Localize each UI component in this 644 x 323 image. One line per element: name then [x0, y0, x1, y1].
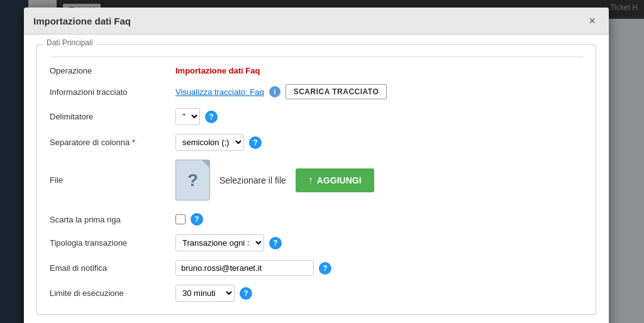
- file-label: File: [50, 175, 175, 185]
- limite-select[interactable]: 30 minuti 60 minuti 120 minuti: [175, 285, 235, 302]
- operazione-label: Operazione: [50, 66, 175, 75]
- section-dati-principali: Dati Principali Operazione Importazione …: [36, 44, 596, 315]
- scarta-label: Scarta la prima riga: [50, 215, 175, 224]
- scarta-help-icon[interactable]: ?: [191, 213, 203, 226]
- modal-dialog: Importazione dati Faq × Dati Principali …: [24, 8, 609, 323]
- file-value: ? Selezionare il file ↑ AGGIUNGI: [175, 160, 583, 200]
- file-doc-icon: ?: [175, 160, 210, 200]
- email-label: Email di notifica: [50, 263, 175, 273]
- informazioni-value: Visualizza tracciato: Faq i SCARICA TRAC…: [175, 84, 583, 99]
- separatore-value: semicolon (;) comma (,) tab ?: [175, 134, 583, 151]
- separatore-help-icon[interactable]: ?: [249, 136, 262, 149]
- email-help-icon[interactable]: ?: [319, 262, 331, 275]
- limite-row: Limite di esecuzione 30 minuti 60 minuti…: [50, 285, 583, 302]
- file-select-text: Selezionare il file: [219, 175, 286, 185]
- aggiungi-label: AGGIUNGI: [317, 175, 362, 185]
- informazioni-row: Informazioni tracciato Visualizza tracci…: [50, 84, 583, 99]
- separatore-select[interactable]: semicolon (;) comma (,) tab: [175, 134, 244, 151]
- separatore-row: Separatore di colonna semicolon (;) comm…: [50, 134, 583, 151]
- limite-help-icon[interactable]: ?: [240, 287, 252, 300]
- email-row: Email di notifica ?: [50, 260, 583, 276]
- scarta-checkbox[interactable]: [175, 214, 186, 224]
- operazione-value: Importazione dati Faq: [175, 66, 583, 75]
- operazione-row: Operazione Importazione dati Faq: [50, 66, 583, 75]
- section-legend: Dati Principali: [43, 38, 96, 47]
- tipologia-value: Transazione ogni : ?: [175, 234, 583, 251]
- info-icon[interactable]: i: [269, 86, 280, 97]
- delimitatore-help-icon[interactable]: ?: [205, 111, 218, 123]
- file-question-mark: ?: [187, 170, 198, 190]
- delimitatore-select[interactable]: " ' |: [175, 108, 200, 125]
- limite-value: 30 minuti 60 minuti 120 minuti ?: [175, 285, 583, 302]
- email-input[interactable]: [175, 260, 314, 276]
- delimitatore-value: " ' | ?: [175, 108, 583, 125]
- limite-label: Limite di esecuzione: [50, 288, 175, 298]
- scarica-tracciato-button[interactable]: SCARICA TRACCIATO: [286, 84, 387, 99]
- modal-body: Dati Principali Operazione Importazione …: [24, 35, 609, 323]
- aggiungi-button[interactable]: ↑ AGGIUNGI: [296, 168, 374, 192]
- upload-arrow-icon: ↑: [308, 175, 313, 186]
- operazione-text: Importazione dati Faq: [175, 66, 260, 75]
- tipologia-row: Tipologia transazione Transazione ogni :…: [50, 234, 583, 251]
- email-value: ?: [175, 260, 583, 276]
- divider: [50, 57, 583, 57]
- tipologia-help-icon[interactable]: ?: [269, 237, 282, 249]
- delimitatore-label: Delimitatore: [50, 112, 175, 121]
- modal-title: Importazione dati Faq: [33, 16, 131, 26]
- informazioni-label: Informazioni tracciato: [50, 87, 175, 97]
- separatore-label: Separatore di colonna: [50, 138, 175, 147]
- modal-close-button[interactable]: ×: [585, 14, 599, 28]
- tipologia-label: Tipologia transazione: [50, 238, 175, 248]
- delimitatore-row: Delimitatore " ' | ?: [50, 108, 583, 125]
- scarta-row: Scarta la prima riga ?: [50, 213, 583, 226]
- file-row: File ? Selezionare il file ↑ AGGIUNGI: [50, 160, 583, 200]
- tipologia-select[interactable]: Transazione ogni :: [175, 234, 264, 251]
- file-icon-area: ? Selezionare il file ↑ AGGIUNGI: [175, 160, 374, 200]
- modal-header: Importazione dati Faq ×: [24, 8, 609, 35]
- scarta-value: ?: [175, 213, 583, 226]
- visualizza-tracciato-link[interactable]: Visualizza tracciato: Faq: [175, 87, 264, 97]
